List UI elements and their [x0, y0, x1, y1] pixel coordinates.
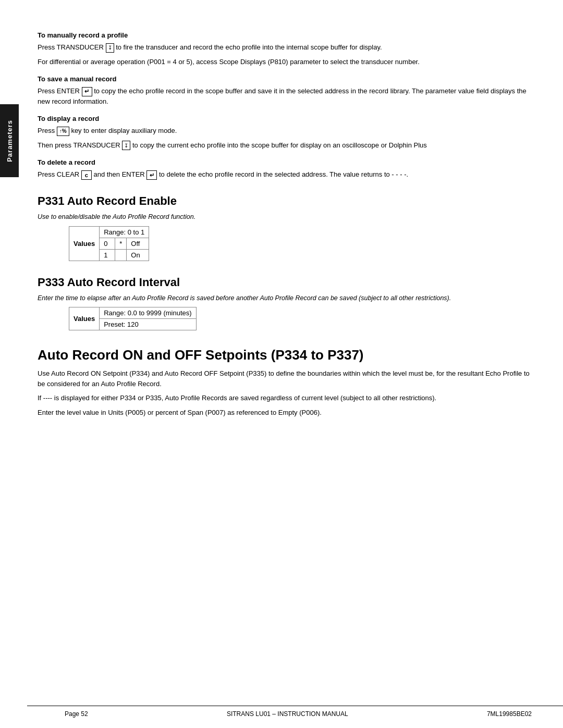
p333-desc: Enter the time to elapse after an Auto P… [38, 293, 532, 303]
footer-center: SITRANS LU01 – INSTRUCTION MANUAL [88, 710, 487, 718]
text-and-then-enter: and then ENTER [93, 170, 144, 178]
auto-record-para1: Use Auto Record ON Setpoint (P334) and A… [38, 368, 532, 389]
text-delete-rest: to delete the echo profile record in the… [159, 170, 408, 178]
transducer-key-icon-2: ↧ [122, 141, 130, 150]
auto-record-title: Auto Record ON and OFF Setpoints (P334 t… [38, 347, 532, 363]
enter-key-icon: ↵ [82, 87, 92, 96]
p331-table: Values Range: 0 to 1 0 * Off 1 On [69, 226, 149, 261]
p331-val-0: 0 [100, 238, 115, 249]
p331-star-0: * [115, 238, 127, 249]
p331-text-0: Off [127, 238, 149, 249]
para-display-2: Then press TRANSDUCER ↧ to copy the curr… [38, 140, 532, 151]
p331-range: Range: 0 to 1 [100, 226, 149, 238]
p331-values-label: Values [69, 226, 100, 261]
p333-table-wrapper: Values Range: 0.0 to 9999 (minutes) Pres… [69, 307, 532, 330]
page-container: Parameters To manually record a profile … [0, 0, 563, 728]
enter-key-icon-2: ↵ [146, 170, 157, 180]
text-then-press: Then press TRANSDUCER [38, 141, 120, 149]
heading-save-manual: To save a manual record [38, 75, 532, 83]
text-press-transducer: Press TRANSDUCER [38, 43, 104, 51]
p333-title: P333 Auto Record Interval [38, 276, 532, 289]
p333-range: Range: 0.0 to 9999 (minutes) [100, 307, 196, 319]
text-transducer-rest: to fire the transducer and record the ec… [116, 43, 382, 51]
heading-delete-record: To delete a record [38, 158, 532, 166]
footer-page: Page 52 [65, 710, 88, 718]
text-save-rest: to copy the echo profile record in the s… [38, 87, 527, 105]
heading-manually-record: To manually record a profile [38, 31, 532, 39]
para-display-1: Press ↑% key to enter display auxiliary … [38, 126, 532, 136]
para-save-1: Press ENTER ↵ to copy the echo profile r… [38, 86, 532, 106]
footer-right: 7ML19985BE02 [487, 710, 532, 718]
text-press-enter: Press ENTER [38, 87, 80, 95]
p333-row-range: Values Range: 0.0 to 9999 (minutes) [69, 307, 197, 319]
p331-text-1: On [127, 249, 149, 261]
text-press-display: Press [38, 127, 55, 134]
p333-table: Values Range: 0.0 to 9999 (minutes) Pres… [69, 307, 197, 330]
text-display-2-rest: to copy the current echo profile into th… [132, 141, 427, 149]
main-content: To manually record a profile Press TRANS… [27, 0, 563, 728]
heading-display-record: To display a record [38, 115, 532, 122]
p333-preset: Preset: 120 [100, 319, 196, 330]
p333-values-label: Values [69, 307, 100, 330]
transducer-key-icon: ↧ [106, 43, 114, 53]
auto-record-para2: If ---- is displayed for either P334 or … [38, 393, 532, 403]
p331-star-1 [115, 249, 127, 261]
p331-table-wrapper: Values Range: 0 to 1 0 * Off 1 On [69, 226, 532, 261]
para-manually-2: For differential or average operation (P… [38, 57, 532, 67]
para-delete-1: Press CLEAR c and then ENTER ↵ to delete… [38, 169, 532, 180]
text-press-clear: Press CLEAR [38, 170, 79, 178]
sidebar-tab: Parameters [0, 104, 19, 177]
p331-title: P331 Auto Record Enable [38, 194, 532, 208]
sidebar: Parameters [0, 0, 27, 728]
page-footer: Page 52 SITRANS LU01 – INSTRUCTION MANUA… [27, 706, 563, 718]
display-key-icon: ↑% [57, 127, 69, 136]
para-manually-1: Press TRANSDUCER ↧ to fire the transduce… [38, 42, 532, 53]
p331-desc: Use to enable/disable the Auto Profile R… [38, 212, 532, 222]
sidebar-tab-label: Parameters [6, 120, 14, 162]
text-display-rest: key to enter display auxiliary mode. [71, 127, 177, 134]
table-row-range: Values Range: 0 to 1 [69, 226, 149, 238]
auto-record-para3: Enter the level value in Units (P005) or… [38, 408, 532, 418]
clear-key-icon: c [81, 170, 92, 180]
p331-val-1: 1 [100, 249, 115, 261]
